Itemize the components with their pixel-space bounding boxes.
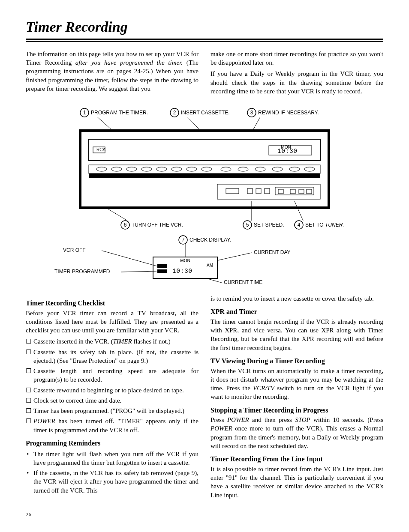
line-heading: Timer Recording From the Line Input: [211, 454, 383, 464]
svg-rect-41: [278, 189, 283, 194]
line-para: It is also possible to timer record from…: [211, 465, 383, 499]
svg-text:CURRENT TIME: CURRENT TIME: [224, 279, 262, 285]
title-rule: [26, 39, 383, 42]
stop-heading: Stopping a Timer Recording in Progress: [211, 406, 383, 415]
list-item: If the cassette, in the VCR has its safe…: [33, 469, 198, 495]
svg-text:TIMER PROGRAMMED: TIMER PROGRAMMED: [54, 269, 110, 275]
intro-right-1: make one or more short timer recordings …: [211, 50, 383, 67]
svg-point-25: [171, 167, 182, 171]
svg-point-20: [96, 167, 107, 171]
prog-reminders-list: The timer light will flash when you turn…: [26, 450, 198, 495]
svg-text:2: 2: [173, 110, 176, 116]
svg-point-23: [141, 167, 152, 171]
svg-point-26: [186, 167, 197, 171]
svg-rect-43: [299, 189, 304, 194]
svg-line-68: [121, 271, 156, 272]
svg-text:10:30: 10:30: [172, 268, 192, 275]
svg-text:10:30: 10:30: [277, 148, 298, 155]
svg-rect-34: [89, 173, 320, 178]
svg-point-30: [255, 167, 265, 171]
svg-text:6: 6: [124, 222, 127, 228]
page-title: Timer Recording: [26, 17, 383, 37]
list-item: The timer light will flash when you turn…: [33, 450, 198, 467]
list-item: Cassette rewound to beginning or to plac…: [33, 386, 198, 395]
intro-right-2: If you have a Daily or Weekly program in…: [211, 69, 383, 96]
svg-text:VCR OFF: VCR OFF: [63, 247, 86, 253]
svg-rect-42: [290, 189, 295, 194]
prog-cont: is to remind you to insert a new cassett…: [211, 294, 383, 303]
page-number: 26: [26, 511, 383, 518]
svg-text:REWIND IF NECESSARY.: REWIND IF NECESSARY.: [258, 110, 319, 116]
checklist-intro: Before your VCR timer can record a TV br…: [26, 309, 198, 335]
prog-reminders-heading: Programming Reminders: [26, 439, 198, 448]
list-item: Cassette inserted in the VCR. (TIMER fla…: [33, 337, 198, 346]
list-item: Cassette length and recording speed are …: [33, 367, 198, 384]
intro-left: The information on this page tells you h…: [26, 50, 198, 93]
svg-line-70: [217, 253, 252, 260]
svg-text:AM: AM: [207, 263, 213, 268]
svg-line-72: [207, 278, 222, 283]
checklist-heading: Timer Recording Checklist: [26, 299, 198, 308]
svg-point-31: [272, 167, 283, 171]
svg-text:SET TO TUNER.: SET TO TUNER.: [305, 222, 344, 228]
svg-text:RCA: RCA: [96, 147, 105, 152]
tv-heading: TV Viewing During a Timer Recording: [211, 356, 383, 366]
svg-point-28: [221, 167, 231, 171]
svg-rect-37: [247, 188, 253, 194]
svg-text:3: 3: [250, 110, 253, 116]
xpr-para: The timer cannot begin recording if the …: [211, 317, 383, 352]
intro-columns: The information on this page tells you h…: [26, 50, 383, 98]
svg-rect-44: [307, 189, 312, 194]
list-item: Timer has been programmed. ("PROG" will …: [33, 406, 198, 415]
body-columns: Timer Recording Checklist Before your VC…: [26, 294, 383, 502]
list-item: POWER has been turned off. "TIMER" appea…: [33, 417, 198, 434]
svg-text:5: 5: [246, 222, 249, 228]
xpr-heading: XPR and Timer: [211, 307, 383, 317]
svg-text:SET SPEED.: SET SPEED.: [254, 222, 284, 228]
svg-point-33: [304, 167, 315, 171]
list-item: Cassette has its safety tab in place. (I…: [33, 348, 198, 365]
svg-text:CURRENT DAY: CURRENT DAY: [254, 249, 291, 255]
svg-point-24: [156, 167, 167, 171]
svg-point-21: [111, 167, 122, 171]
stop-para: Press POWER and then press STOP within 1…: [211, 415, 383, 450]
vcr-diagram: 1 PROGRAM THE TIMER. 2 INSERT CASSETTE. …: [37, 105, 372, 285]
checklist: Cassette inserted in the VCR. (TIMER fla…: [26, 337, 198, 434]
svg-rect-36: [226, 188, 239, 194]
svg-text:7: 7: [182, 237, 185, 243]
svg-text:TURN OFF THE VCR.: TURN OFF THE VCR.: [132, 222, 183, 228]
svg-text:INSERT CASSETTE.: INSERT CASSETTE.: [181, 110, 230, 116]
svg-line-66: [102, 251, 156, 266]
svg-point-22: [126, 167, 137, 171]
svg-rect-38: [256, 188, 261, 194]
svg-rect-63: [157, 269, 167, 273]
tv-para: When the VCR turns on automatically to m…: [211, 367, 383, 401]
svg-rect-62: [157, 264, 167, 268]
svg-text:MON: MON: [180, 258, 190, 263]
svg-point-27: [201, 167, 212, 171]
svg-point-29: [238, 167, 248, 171]
svg-text:CHECK DISPLAY.: CHECK DISPLAY.: [189, 237, 231, 243]
svg-rect-39: [265, 188, 270, 194]
svg-line-45: [106, 208, 127, 221]
list-item: Clock set to correct time and date.: [33, 396, 198, 405]
svg-text:4: 4: [298, 222, 301, 228]
svg-text:PROGRAM THE TIMER.: PROGRAM THE TIMER.: [91, 110, 148, 116]
svg-point-32: [289, 167, 300, 171]
svg-text:1: 1: [83, 110, 86, 116]
